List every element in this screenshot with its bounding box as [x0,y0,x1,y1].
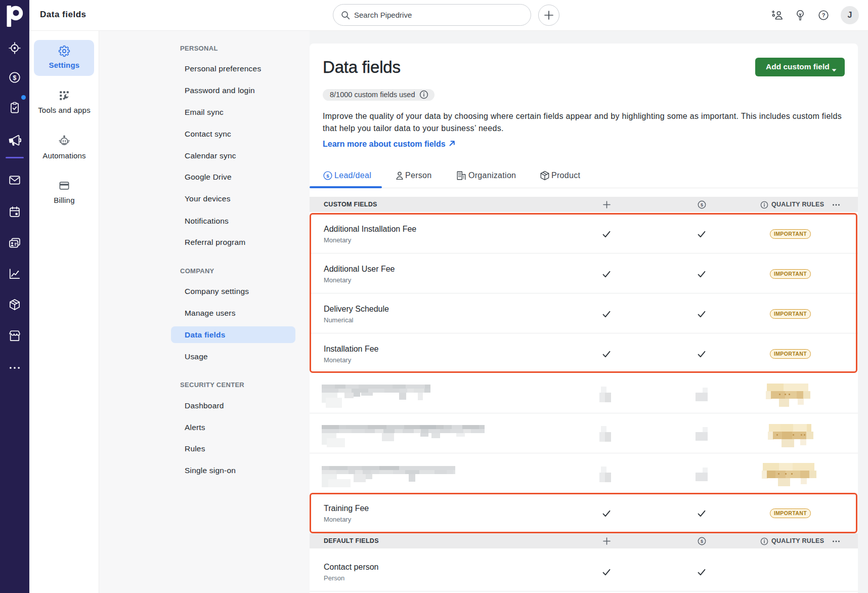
svg-text:$: $ [701,539,703,544]
svg-text:?: ? [822,12,826,18]
svg-text:$: $ [701,202,703,207]
svg-text:$: $ [326,173,329,179]
svg-text:$: $ [13,74,17,81]
